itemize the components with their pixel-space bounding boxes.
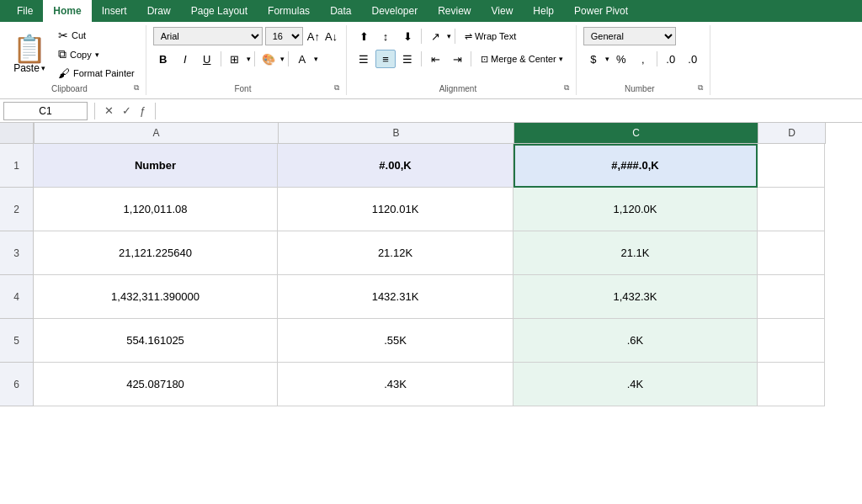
increase-indent-button[interactable]: ⇥ bbox=[447, 50, 467, 68]
cell-c1[interactable]: #,###.0,K bbox=[513, 144, 758, 188]
text-angle-button[interactable]: ↗ bbox=[425, 27, 445, 45]
col-header-c[interactable]: C bbox=[514, 123, 758, 143]
tab-insert[interactable]: Insert bbox=[92, 0, 137, 22]
cell-d6[interactable] bbox=[758, 363, 825, 406]
tab-draw[interactable]: Draw bbox=[137, 0, 181, 22]
wrap-text-button[interactable]: ⇌ Wrap Text bbox=[459, 27, 522, 45]
tab-home[interactable]: Home bbox=[43, 0, 91, 22]
fill-color-button[interactable]: 🎨 bbox=[258, 50, 279, 68]
bold-button[interactable]: B bbox=[153, 50, 173, 68]
format-painter-button[interactable]: 🖌 Format Painter bbox=[54, 65, 139, 82]
cell-a4[interactable]: 1,432,311.390000 bbox=[34, 275, 278, 319]
alignment-group-label: Alignment bbox=[354, 82, 562, 93]
alignment-expand-icon[interactable]: ⧉ bbox=[564, 83, 569, 93]
cell-d2[interactable] bbox=[758, 188, 825, 231]
col-header-a[interactable]: A bbox=[35, 123, 279, 143]
font-name-select[interactable]: Arial bbox=[153, 27, 263, 45]
grid-row-6: 425.087180 .43K .4K bbox=[34, 363, 862, 406]
cell-b2[interactable]: 1120.01K bbox=[278, 188, 513, 231]
cancel-formula-icon[interactable]: ✕ bbox=[102, 104, 116, 117]
percent-button[interactable]: % bbox=[611, 50, 631, 68]
cell-a1[interactable]: Number bbox=[34, 144, 278, 188]
row-header-2[interactable]: 2 bbox=[0, 188, 33, 231]
cell-a2[interactable]: 1,120,011.08 bbox=[34, 188, 278, 231]
tab-page-layout[interactable]: Page Layout bbox=[181, 0, 258, 22]
font-size-increase-button[interactable]: A↑ bbox=[306, 30, 322, 43]
merge-arrow[interactable]: ▾ bbox=[559, 55, 563, 63]
font-size-decrease-button[interactable]: A↓ bbox=[323, 30, 339, 43]
cell-b5[interactable]: .55K bbox=[278, 319, 513, 363]
clipboard-expand-icon[interactable]: ⧉ bbox=[134, 83, 139, 93]
number-format-select[interactable]: General bbox=[583, 27, 676, 45]
cell-c3[interactable]: 21.1K bbox=[513, 231, 758, 275]
tab-help[interactable]: Help bbox=[523, 0, 564, 22]
cell-b6[interactable]: .43K bbox=[278, 363, 513, 406]
font-expand-icon[interactable]: ⧉ bbox=[334, 83, 339, 93]
cell-c4[interactable]: 1,432.3K bbox=[513, 275, 758, 319]
select-all-corner[interactable] bbox=[0, 123, 34, 144]
font-color-arrow[interactable]: ▾ bbox=[314, 55, 318, 63]
tab-formulas[interactable]: Formulas bbox=[258, 0, 320, 22]
underline-button[interactable]: U bbox=[197, 50, 217, 68]
border-arrow[interactable]: ▾ bbox=[247, 55, 251, 63]
col-header-b[interactable]: B bbox=[279, 123, 514, 143]
alignment-group: ⬆ ↕ ⬇ ↗ ▾ ⇌ Wrap Text ☰ ≡ ☰ ⇤ ⇥ bbox=[347, 25, 577, 95]
tab-developer[interactable]: Developer bbox=[361, 0, 428, 22]
insert-function-icon[interactable]: ƒ bbox=[137, 104, 148, 117]
tab-data[interactable]: Data bbox=[320, 0, 361, 22]
align-row-2: ☰ ≡ ☰ ⇤ ⇥ ⊡ Merge & Center ▾ bbox=[354, 50, 569, 68]
col-header-d[interactable]: D bbox=[758, 123, 826, 143]
number-expand-icon[interactable]: ⧉ bbox=[698, 83, 703, 93]
paste-button[interactable]: 📋 Paste ▾ bbox=[7, 33, 52, 77]
cell-c2[interactable]: 1,120.0K bbox=[513, 188, 758, 231]
cell-b3[interactable]: 21.12K bbox=[278, 231, 513, 275]
merge-center-button[interactable]: ⊡ Merge & Center ▾ bbox=[475, 50, 569, 68]
currency-arrow[interactable]: ▾ bbox=[605, 55, 609, 63]
increase-decimal-button[interactable]: .0 bbox=[661, 50, 681, 68]
tab-file[interactable]: File bbox=[7, 0, 43, 22]
align-top-button[interactable]: ⬆ bbox=[354, 27, 374, 45]
comma-button[interactable]: , bbox=[633, 50, 653, 68]
cell-a5[interactable]: 554.161025 bbox=[34, 319, 278, 363]
tab-review[interactable]: Review bbox=[428, 0, 481, 22]
cell-a3[interactable]: 21,121.225640 bbox=[34, 231, 278, 275]
formula-icons: ✕ ✓ ƒ bbox=[102, 104, 148, 117]
align-middle-button[interactable]: ↕ bbox=[375, 27, 396, 45]
formula-input[interactable] bbox=[162, 102, 859, 120]
italic-button[interactable]: I bbox=[175, 50, 195, 68]
cell-b1[interactable]: #.00,K bbox=[278, 144, 513, 188]
align-left-button[interactable]: ☰ bbox=[354, 50, 374, 68]
cell-d5[interactable] bbox=[758, 319, 825, 363]
decrease-indent-button[interactable]: ⇤ bbox=[425, 50, 445, 68]
decrease-decimal-button[interactable]: .0 bbox=[683, 50, 703, 68]
row-header-1[interactable]: 1 bbox=[0, 144, 33, 188]
tab-view[interactable]: View bbox=[482, 0, 524, 22]
row-header-5[interactable]: 5 bbox=[0, 319, 33, 363]
angle-arrow[interactable]: ▾ bbox=[447, 32, 451, 40]
cell-c6[interactable]: .4K bbox=[513, 363, 758, 406]
align-center-button[interactable]: ≡ bbox=[375, 50, 396, 68]
currency-button[interactable]: $ bbox=[583, 50, 604, 68]
row-header-6[interactable]: 6 bbox=[0, 363, 33, 406]
align-right-button[interactable]: ☰ bbox=[397, 50, 418, 68]
confirm-formula-icon[interactable]: ✓ bbox=[120, 104, 134, 117]
cell-d3[interactable] bbox=[758, 231, 825, 275]
font-color-button[interactable]: A bbox=[292, 50, 312, 68]
row-header-3[interactable]: 3 bbox=[0, 231, 33, 275]
row-header-4[interactable]: 4 bbox=[0, 275, 33, 319]
cut-button[interactable]: ✂ Cut bbox=[54, 27, 139, 44]
cell-b4[interactable]: 1432.31K bbox=[278, 275, 513, 319]
name-box[interactable] bbox=[3, 102, 88, 120]
clipboard-group: 📋 Paste ▾ ✂ Cut ⧉ Copy ▾ 🖌 Form bbox=[0, 25, 146, 95]
font-size-select[interactable]: 16 bbox=[265, 27, 303, 45]
tab-power-pivot[interactable]: Power Pivot bbox=[564, 0, 638, 22]
paste-arrow-icon: ▾ bbox=[41, 64, 45, 72]
border-button[interactable]: ⊞ bbox=[225, 50, 245, 68]
align-bottom-button[interactable]: ⬇ bbox=[397, 27, 418, 45]
copy-button[interactable]: ⧉ Copy ▾ bbox=[54, 45, 139, 63]
cell-a6[interactable]: 425.087180 bbox=[34, 363, 278, 406]
fill-arrow[interactable]: ▾ bbox=[280, 55, 285, 63]
cell-d4[interactable] bbox=[758, 275, 825, 319]
cell-c5[interactable]: .6K bbox=[513, 319, 758, 363]
cell-d1[interactable] bbox=[758, 144, 825, 188]
